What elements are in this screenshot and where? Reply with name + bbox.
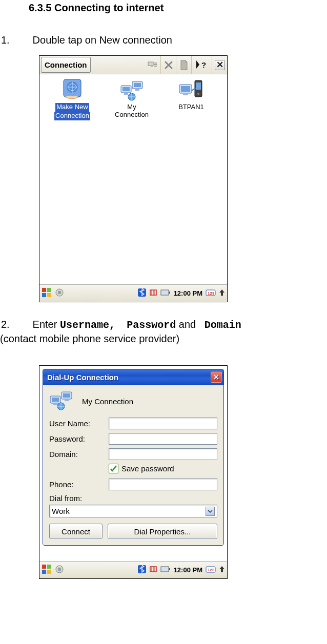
globe-hand-icon xyxy=(59,78,85,101)
close-icon: ✕ xyxy=(213,373,219,381)
arrow-up-icon[interactable] xyxy=(219,288,225,298)
svg-rect-23 xyxy=(58,291,61,294)
item-label: My xyxy=(127,103,136,111)
svg-rect-35 xyxy=(63,393,70,398)
battery-icon[interactable] xyxy=(160,289,171,297)
svg-rect-47 xyxy=(169,568,170,570)
toolbar-document-icon[interactable] xyxy=(176,56,191,74)
item-label: BTPAN1 xyxy=(178,103,204,111)
svg-text:123: 123 xyxy=(208,568,215,572)
svg-rect-7 xyxy=(124,93,128,95)
username-input[interactable] xyxy=(109,418,217,429)
dial-from-dropdown[interactable]: Work xyxy=(49,505,217,517)
status-icon[interactable] xyxy=(149,565,157,575)
phone-pc-icon xyxy=(178,78,204,101)
svg-rect-20 xyxy=(42,293,46,297)
chevron-down-icon xyxy=(206,507,215,516)
dialup-titlebar: Dial-Up Connection ✕ xyxy=(43,369,223,385)
step-2-mid: and xyxy=(179,319,199,330)
label-dial-from: Dial from: xyxy=(49,494,217,503)
connect-button[interactable]: Connect xyxy=(49,524,103,539)
start-icon[interactable] xyxy=(42,564,52,576)
taskbar: 12:00 PM 123 xyxy=(39,284,227,302)
step-2-number: 2. xyxy=(0,318,30,331)
step-2-kw-username: Username, xyxy=(60,319,115,331)
item-label: Connection xyxy=(115,111,149,118)
svg-rect-39 xyxy=(47,565,51,569)
toolbar-delete-icon[interactable] xyxy=(160,56,176,74)
clock-text: 12:00 PM xyxy=(174,289,202,297)
step-2-kw-domain: Domain xyxy=(205,319,241,331)
network-computers-icon xyxy=(119,78,145,101)
network-computers-icon xyxy=(49,390,73,412)
toolbar-help-icon[interactable]: ? xyxy=(191,56,212,74)
label-phone: Phone: xyxy=(49,480,109,489)
screenshot-dialup: Dial-Up Connection ✕ My Connection User … xyxy=(39,365,228,579)
dialup-title-text: Dial-Up Connection xyxy=(47,373,118,382)
start-icon[interactable] xyxy=(42,287,52,299)
svg-text:?: ? xyxy=(201,60,206,69)
svg-rect-10 xyxy=(135,89,139,91)
save-password-label: Save password xyxy=(121,464,174,473)
svg-rect-19 xyxy=(47,288,51,292)
step-2-kw-password: Password xyxy=(127,319,176,331)
svg-rect-28 xyxy=(161,290,168,295)
close-button[interactable]: ✕ xyxy=(211,371,222,383)
password-input[interactable] xyxy=(109,433,217,445)
item-label: Make New xyxy=(55,103,89,112)
svg-rect-0 xyxy=(148,62,153,66)
svg-rect-43 xyxy=(58,568,61,571)
svg-rect-21 xyxy=(47,293,51,297)
svg-rect-6 xyxy=(122,87,130,91)
keyboard-icon[interactable]: 123 xyxy=(206,288,216,298)
tray-app-icon[interactable] xyxy=(55,565,64,575)
svg-rect-13 xyxy=(181,86,190,92)
clock-text: 12:00 PM xyxy=(174,566,202,574)
svg-rect-38 xyxy=(42,565,46,569)
domain-input[interactable] xyxy=(109,448,217,460)
toolbar-properties-icon[interactable] xyxy=(145,56,160,74)
toolbar: Connection ? ✕ xyxy=(39,56,227,74)
svg-text:123: 123 xyxy=(208,291,215,296)
tray-app-icon[interactable] xyxy=(55,288,64,299)
svg-point-17 xyxy=(197,93,199,95)
dial-from-value: Work xyxy=(52,507,70,515)
label-username: User Name: xyxy=(49,419,109,428)
svg-rect-16 xyxy=(196,82,201,90)
dial-properties-button[interactable]: Dial Properties... xyxy=(108,524,217,539)
svg-rect-33 xyxy=(53,404,57,405)
bluetooth-icon[interactable] xyxy=(138,565,146,575)
svg-rect-14 xyxy=(183,94,188,95)
window-title-text: Connection xyxy=(45,60,87,69)
status-icon[interactable] xyxy=(149,288,157,298)
svg-rect-32 xyxy=(52,398,59,402)
step-2-suffix: (contact mobile phone service provider) xyxy=(0,332,326,346)
bluetooth-icon[interactable] xyxy=(138,288,146,298)
connection-my-connection[interactable]: My Connection xyxy=(104,78,159,118)
arrow-up-icon[interactable] xyxy=(219,565,225,575)
connections-area: Make New Connection My Connection BTPAN1 xyxy=(39,74,227,284)
label-domain: Domain: xyxy=(49,450,109,459)
svg-rect-48 xyxy=(161,567,168,571)
connection-btpan1[interactable]: BTPAN1 xyxy=(163,78,219,111)
window-title-button[interactable]: Connection xyxy=(41,57,91,73)
svg-rect-9 xyxy=(134,83,141,87)
keyboard-icon[interactable]: 123 xyxy=(206,565,216,575)
section-title: 6.3.5 Connecting to internet xyxy=(29,2,327,14)
phone-input[interactable] xyxy=(109,479,217,490)
svg-rect-27 xyxy=(169,292,170,294)
svg-rect-1 xyxy=(151,66,153,67)
step-2-prefix: Enter xyxy=(33,319,60,330)
connection-make-new[interactable]: Make New Connection xyxy=(45,78,100,120)
svg-rect-18 xyxy=(42,288,46,292)
battery-icon[interactable] xyxy=(160,566,171,574)
svg-rect-40 xyxy=(42,570,46,574)
close-icon: ✕ xyxy=(215,60,225,70)
connection-name-text: My Connection xyxy=(82,397,133,406)
item-label: Connection xyxy=(54,112,90,120)
label-password: Password: xyxy=(49,434,109,443)
close-button[interactable]: ✕ xyxy=(212,56,227,74)
taskbar: 12:00 PM 123 xyxy=(39,561,227,578)
save-password-checkbox[interactable] xyxy=(109,464,118,473)
step-1-text: Double tap on New connection xyxy=(33,34,172,46)
